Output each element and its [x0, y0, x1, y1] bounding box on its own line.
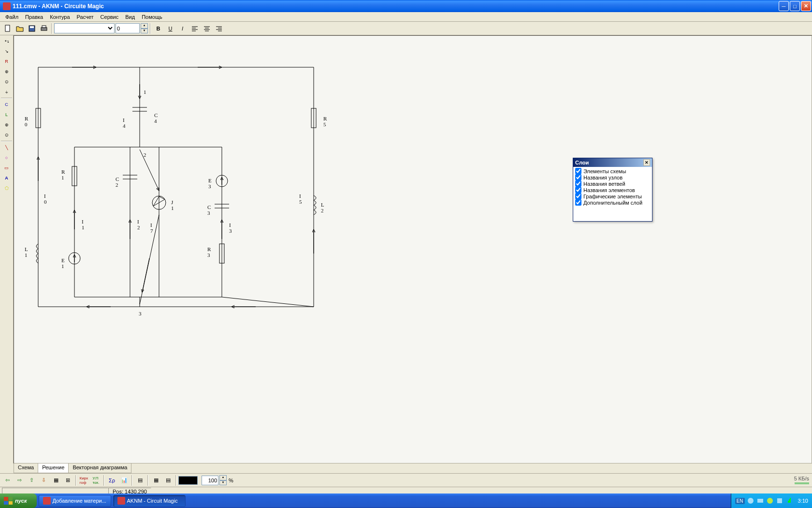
tray-icon-2[interactable]	[756, 497, 764, 505]
svg-text:L: L	[25, 246, 28, 252]
underline-button[interactable]: U	[165, 23, 176, 34]
layer-check-2[interactable]	[575, 180, 581, 187]
align-center-button[interactable]	[201, 23, 212, 34]
menu-file[interactable]: Файл	[2, 13, 22, 21]
tool-text[interactable]: A	[1, 173, 13, 183]
start-button[interactable]: пуск	[0, 493, 37, 508]
menu-service[interactable]: Сервис	[97, 13, 122, 21]
svg-text:I: I	[229, 222, 231, 228]
new-button[interactable]	[2, 23, 13, 34]
svg-text:J: J	[171, 199, 174, 205]
tab-vector[interactable]: Векторная диаграмма	[68, 463, 131, 473]
svg-rect-105	[777, 498, 782, 503]
font-size-input[interactable]	[116, 23, 140, 33]
system-tray: EN 3:10	[731, 493, 812, 508]
nav-down-button[interactable]: ⇩	[38, 475, 49, 486]
color-swatch[interactable]	[178, 476, 198, 485]
nav-up-button[interactable]: ⇧	[26, 475, 37, 486]
nav-left-button[interactable]: ⇦	[2, 475, 13, 486]
svg-text:2: 2	[321, 208, 324, 213]
tool-source-j[interactable]: ⊙	[1, 77, 13, 87]
tool-resistor[interactable]: R	[1, 57, 13, 66]
svg-text:2: 2	[116, 182, 118, 188]
circuit-diagram: R0 L1 I0 R5 L2 I5 1 C4 I4	[14, 36, 352, 350]
layer-check-4[interactable]	[575, 193, 581, 199]
menu-edit[interactable]: Правка	[22, 13, 46, 21]
misc1-button[interactable]: ▦	[150, 475, 161, 486]
tab-schema[interactable]: Схема	[14, 463, 38, 473]
tool-source-ac-j[interactable]: ⊙	[1, 130, 13, 140]
svg-text:I: I	[44, 193, 46, 199]
svg-text:4: 4	[123, 123, 126, 129]
tool-rect[interactable]: ▭	[1, 163, 13, 173]
language-indicator[interactable]: EN	[735, 498, 745, 504]
bold-button[interactable]: B	[153, 23, 164, 34]
zoom-up[interactable]: ▲	[219, 475, 227, 480]
nav-right-button[interactable]: ⇨	[14, 475, 25, 486]
zoom-input[interactable]	[202, 476, 218, 485]
layer-check-3[interactable]	[575, 187, 581, 193]
zoom-down[interactable]: ▼	[219, 480, 227, 486]
taskbar: пуск Добавление матери... AKNM - Circuit…	[0, 493, 812, 508]
tool-line[interactable]: ╲	[1, 143, 13, 152]
open-button[interactable]	[14, 23, 25, 34]
layer-check-5[interactable]	[575, 199, 581, 206]
tool-source-ac-e[interactable]: ⊕	[1, 120, 13, 130]
tool-ground[interactable]: ⏚	[1, 87, 13, 97]
snap-toggle-button[interactable]: ⊞	[62, 475, 73, 486]
layers-panel-title[interactable]: Слои ✕	[573, 158, 652, 167]
svg-rect-0	[5, 25, 10, 31]
taskbar-item-2[interactable]: AKNM - Circuit Magic	[113, 495, 186, 507]
layers-panel[interactable]: Слои ✕ Элементы схемы Названия узлов Наз…	[573, 158, 652, 222]
size-up[interactable]: ▲	[141, 23, 148, 29]
layer-check-0[interactable]	[575, 168, 581, 174]
tool-circle[interactable]: ○	[1, 153, 13, 163]
menu-calc[interactable]: Расчет	[73, 13, 97, 21]
taskbar-item-1[interactable]: Добавление матери...	[39, 495, 111, 507]
tool-source-e[interactable]: ⊕	[1, 67, 13, 76]
size-down[interactable]: ▼	[141, 29, 148, 34]
close-button[interactable]: ✕	[801, 1, 811, 11]
tool-wire[interactable]: ↘	[1, 46, 13, 56]
tray-icon-4[interactable]	[776, 497, 783, 505]
font-select[interactable]	[54, 23, 115, 33]
svg-point-104	[767, 498, 773, 504]
align-right-button[interactable]	[213, 23, 224, 34]
align-left-button[interactable]	[189, 23, 200, 34]
tool-capacitor[interactable]: C	[1, 100, 13, 109]
svg-text:1: 1	[61, 263, 64, 269]
tab-solution[interactable]: Решение	[38, 463, 69, 473]
print-button[interactable]	[38, 23, 49, 34]
misc2-button[interactable]: ▤	[162, 475, 174, 486]
svg-text:4: 4	[154, 118, 157, 124]
chart-button[interactable]: 📊	[118, 475, 130, 486]
tool-node[interactable]: ∘₁	[1, 36, 13, 46]
window-title: 111.cmw - AKNM - Circuite Magic	[13, 3, 779, 10]
italic-button[interactable]: I	[177, 23, 188, 34]
kirch-button[interactable]: Кирхгоф	[78, 475, 89, 486]
svg-rect-2	[30, 26, 34, 28]
grid-toggle-button[interactable]: ▦	[50, 475, 61, 486]
sigma-button[interactable]: Σρ	[106, 475, 117, 486]
layers-button[interactable]: ▤	[134, 475, 145, 486]
tray-icon-3[interactable]	[766, 497, 774, 505]
tool-poly[interactable]: ⬠	[1, 183, 13, 193]
menu-help[interactable]: Помощь	[138, 13, 166, 21]
svg-text:3: 3	[139, 311, 142, 316]
clock[interactable]: 3:10	[798, 498, 808, 504]
main-toolbar: ▲▼ B U I	[0, 22, 812, 35]
layer-check-1[interactable]	[575, 174, 581, 180]
layers-close-button[interactable]: ✕	[643, 159, 650, 166]
maximize-button[interactable]: □	[790, 1, 800, 11]
node-pot-button[interactable]: У.Птох.	[90, 475, 102, 486]
tray-icon-1[interactable]	[747, 497, 754, 505]
tool-inductor[interactable]: L	[1, 110, 13, 120]
menu-view[interactable]: Вид	[122, 13, 138, 21]
menu-contours[interactable]: Контура	[46, 13, 73, 21]
svg-text:1: 1	[25, 252, 28, 258]
app-icon	[3, 2, 11, 10]
minimize-button[interactable]: ─	[779, 1, 789, 11]
canvas-area[interactable]: R0 L1 I0 R5 L2 I5 1 C4 I4	[14, 35, 812, 463]
tray-icon-5[interactable]	[785, 497, 793, 505]
save-button[interactable]	[26, 23, 37, 34]
